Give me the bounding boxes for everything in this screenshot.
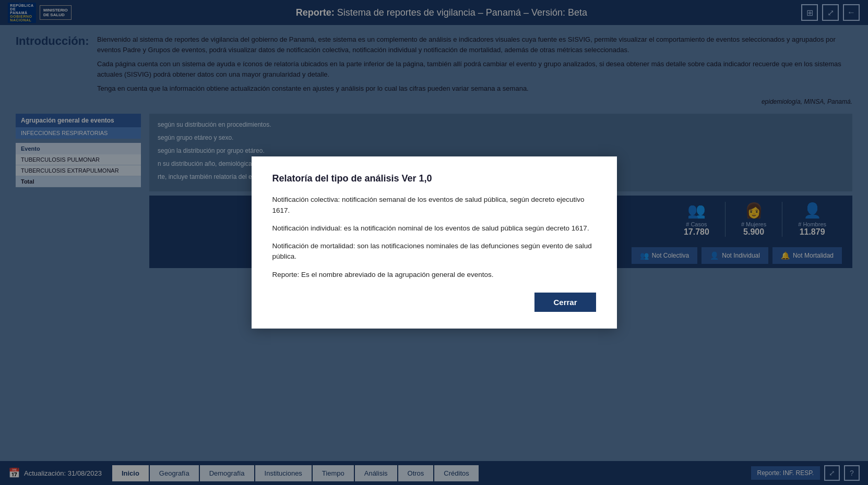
modal-dialog: Relatoría del tipo de análisis Ver 1,0 N… (252, 156, 617, 329)
modal-footer: Cerrar (272, 293, 596, 312)
modal-title: Relatoría del tipo de análisis Ver 1,0 (272, 173, 596, 184)
modal-item-1: Notificación colectiva: notificación sem… (272, 195, 596, 216)
modal-overlay[interactable]: Relatoría del tipo de análisis Ver 1,0 N… (0, 0, 868, 485)
modal-item-4: Reporte: Es el nombre abreviado de la ag… (272, 270, 596, 280)
modal-item-2: Notificación individual: es la notificac… (272, 223, 596, 234)
modal-item-3: Notificación de mortalidad: son las noti… (272, 241, 596, 262)
modal-body: Notificación colectiva: notificación sem… (272, 195, 596, 280)
modal-close-button[interactable]: Cerrar (534, 293, 596, 312)
